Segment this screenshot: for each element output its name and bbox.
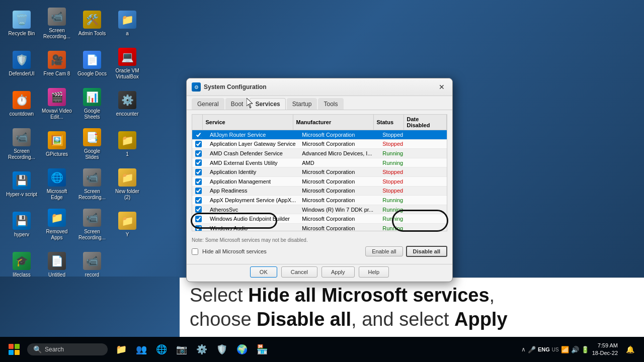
service-row-1[interactable]: Application Layer Gateway Service Micros…: [192, 139, 447, 149]
hide-ms-checkbox[interactable]: [192, 248, 198, 255]
service-date-cell-10: [410, 223, 447, 231]
tab-tools[interactable]: Tools: [318, 98, 343, 110]
icon-screen-recording-2[interactable]: 📹 Screen Recording...: [4, 125, 39, 164]
icon-recycle-bin[interactable]: 🗑️ Recycle Bin: [4, 4, 39, 43]
icon-google-sheets[interactable]: 📊 Google Sheets: [74, 84, 110, 124]
col-date-disabled: Date Disabled: [404, 115, 447, 130]
icon-google-slides[interactable]: 📑 Google Slides: [74, 125, 110, 164]
help-button[interactable]: Help: [359, 266, 389, 278]
taskbar-app-file-explorer[interactable]: 📁: [112, 340, 131, 359]
taskbar-app-edge[interactable]: 🌐: [152, 340, 171, 359]
cancel-button[interactable]: Cancel: [281, 266, 317, 278]
service-manufacturer-cell-10: Microsoft Corporation: [299, 223, 379, 231]
service-checkbox-10[interactable]: [195, 225, 202, 231]
icon-free-cam-8[interactable]: 🎥 Free Cam 8: [39, 44, 74, 83]
search-label: Search: [45, 346, 64, 353]
service-name-cell-6: App Readiness: [207, 186, 299, 196]
taskbar-app-network[interactable]: 🌍: [232, 340, 252, 359]
icon-admin-tools[interactable]: 🛠️ Admin Tools: [74, 4, 110, 43]
icon-hyperv-script[interactable]: 💾 Hyper-v script: [4, 165, 39, 204]
service-checkbox-7[interactable]: [195, 197, 202, 204]
service-checkbox-cell: [192, 223, 207, 231]
start-button[interactable]: [5, 340, 23, 358]
dialog-tabs: General Boot Services Startup Tools: [187, 96, 452, 110]
icon-new-folder-2[interactable]: 📁 New folder (2): [110, 165, 145, 204]
taskbar-app-teams[interactable]: 👥: [132, 340, 151, 359]
service-status-cell-3: Running: [379, 158, 410, 167]
service-manufacturer-cell-8: Windows (R) Win 7 DDK pr...: [299, 205, 379, 214]
service-row-8[interactable]: AtherosSvc Windows (R) Win 7 DDK pr... R…: [192, 205, 447, 214]
ok-button[interactable]: OK: [250, 266, 277, 278]
disable-all-button[interactable]: Disable all: [406, 246, 447, 257]
service-date-cell-6: [410, 186, 447, 196]
service-checkbox-1[interactable]: [195, 141, 202, 147]
instruction-choose: choose: [190, 309, 257, 330]
service-date-cell-9: [410, 214, 447, 224]
tab-boot[interactable]: Boot: [225, 98, 249, 110]
tab-services[interactable]: Services: [250, 98, 285, 110]
icon-movavi[interactable]: 🎬 Movavi Video Edit...: [39, 84, 74, 124]
service-checkbox-0[interactable]: [195, 132, 202, 138]
icon-google-docs[interactable]: 📄 Google Docs: [74, 44, 110, 83]
dialog-titlebar: ⚙ System Configuration ✕: [187, 78, 452, 96]
service-row-9[interactable]: Windows Audio Endpoint Builder Microsoft…: [192, 214, 447, 224]
dialog-close-button[interactable]: ✕: [436, 81, 447, 93]
icon-hyperv2[interactable]: 💾 hyperv: [4, 205, 39, 244]
service-checkbox-cell: [192, 158, 207, 167]
services-table: AllJoyn Router Service Microsoft Corpora…: [192, 130, 447, 231]
taskbar-app-camera[interactable]: 📷: [172, 340, 191, 359]
tab-startup[interactable]: Startup: [287, 98, 317, 110]
service-manufacturer-cell-7: Microsoft Corporation: [299, 196, 379, 205]
apply-button[interactable]: Apply: [321, 266, 355, 278]
icon-countdown[interactable]: ⏱️ countdown: [4, 84, 39, 124]
enable-all-button[interactable]: Enable all: [365, 246, 403, 256]
icon-num-1[interactable]: 📁 1: [110, 125, 145, 164]
notification-button[interactable]: 🔔: [621, 340, 639, 358]
service-status-cell-9: Running: [379, 214, 410, 224]
service-manufacturer-cell-5: Microsoft Corporation: [299, 176, 379, 186]
wifi-icon: 📶: [561, 346, 569, 353]
taskbar-search[interactable]: 🔍 Search: [27, 343, 108, 355]
icon-a-folder[interactable]: 📁 a: [110, 4, 145, 43]
services-scroll[interactable]: AllJoyn Router Service Microsoft Corpora…: [192, 130, 447, 231]
taskbar-app-store[interactable]: 🏪: [253, 340, 272, 359]
icon-gpictures[interactable]: 🖼️ GPictures: [39, 125, 74, 164]
taskbar-app-security[interactable]: 🛡️: [212, 340, 231, 359]
service-row-6[interactable]: App Readiness Microsoft Corporation Stop…: [192, 186, 447, 196]
service-checkbox-6[interactable]: [195, 188, 202, 194]
service-row-0[interactable]: AllJoyn Router Service Microsoft Corpora…: [192, 130, 447, 139]
chevron-up-icon[interactable]: ∧: [521, 346, 526, 353]
service-row-4[interactable]: Application Identity Microsoft Corporati…: [192, 167, 447, 177]
service-checkbox-5[interactable]: [195, 178, 202, 185]
icon-microsoft-edge[interactable]: 🌐 Microsoft Edge: [39, 165, 74, 204]
service-checkbox-8[interactable]: [195, 206, 202, 213]
service-manufacturer-cell-6: Microsoft Corporation: [299, 186, 379, 196]
icon-screen-recording-1[interactable]: 📹 Screen Recording...: [39, 4, 74, 43]
service-row-3[interactable]: AMD External Events Utility AMD Running: [192, 158, 447, 167]
icon-defender-ui[interactable]: 🛡️ DefenderUI: [4, 44, 39, 83]
service-checkbox-3[interactable]: [195, 159, 202, 166]
service-checkbox-cell: [192, 214, 207, 224]
service-date-cell-3: [410, 158, 447, 167]
icon-oracle-vm[interactable]: 💻 Oracle VM VirtualBox: [110, 44, 145, 83]
logo-green: [15, 344, 20, 349]
service-checkbox-9[interactable]: [195, 216, 202, 222]
service-date-cell-7: [410, 196, 447, 205]
hide-microsoft-section: Hide all Microsoft services: [192, 248, 362, 255]
service-row-2[interactable]: AMD Crash Defender Service Advanced Micr…: [192, 149, 447, 158]
icon-screen-recording-3[interactable]: 📹 Screen Recording...: [74, 165, 110, 204]
service-checkbox-4[interactable]: [195, 169, 202, 175]
icon-encounter[interactable]: ⚙️ encounter: [110, 84, 145, 124]
service-row-10[interactable]: Windows Audio Microsoft Corporation Runn…: [192, 223, 447, 231]
service-name-cell-4: Application Identity: [207, 167, 299, 177]
service-row-5[interactable]: Application Management Microsoft Corpora…: [192, 176, 447, 186]
service-row-7[interactable]: AppX Deployment Service (AppX... Microso…: [192, 196, 447, 205]
services-container: Service Manufacturer Status Date Disable…: [187, 110, 452, 235]
tab-general[interactable]: General: [192, 98, 224, 110]
icon-y-folder[interactable]: 📁 Y: [110, 205, 145, 244]
icon-screen-recording-4[interactable]: 📹 Screen Recording...: [74, 205, 110, 244]
taskbar-app-settings[interactable]: ⚙️: [192, 340, 211, 359]
icon-removed-apps[interactable]: 📁 Removed Apps: [39, 205, 74, 244]
service-checkbox-2[interactable]: [195, 150, 202, 157]
service-checkbox-cell: [192, 196, 207, 205]
